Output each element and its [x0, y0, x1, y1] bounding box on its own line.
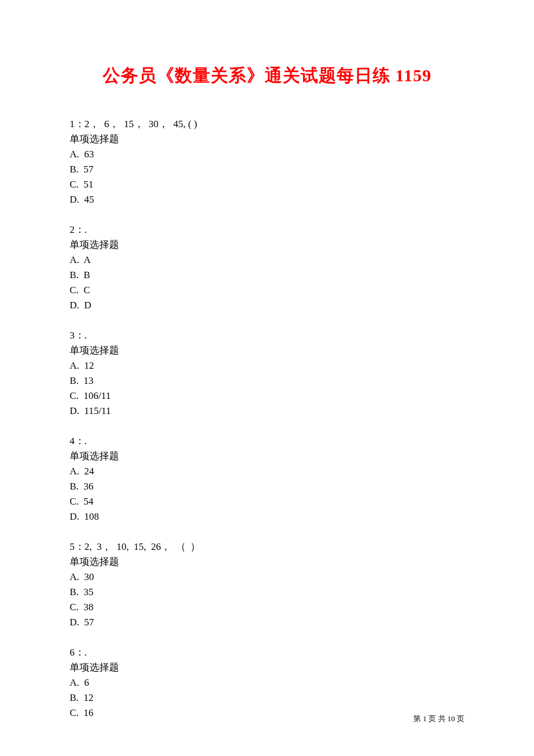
question-stem: 4：. [70, 434, 464, 449]
question-stem: 2：. [70, 222, 464, 237]
question-stem: 1：2， 6， 15， 30， 45, ( ) [70, 117, 464, 132]
question-type: 单项选择题 [70, 555, 464, 570]
option: A. 30 [70, 570, 464, 585]
question-type: 单项选择题 [70, 449, 464, 464]
option: B. 12 [70, 690, 464, 705]
question-stem: 6：. [70, 645, 464, 660]
question-type: 单项选择题 [70, 237, 464, 253]
option: A. A [70, 253, 464, 268]
option: C. 106/11 [70, 388, 464, 404]
question-stem: 5：2, 3， 10, 15, 26， （ ） [70, 539, 464, 555]
option: B. 13 [70, 373, 464, 388]
page-footer: 第 1 页 共 10 页 [413, 714, 464, 724]
option: C. 54 [70, 494, 464, 509]
option: A. 63 [70, 147, 464, 162]
question-block: 5：2, 3， 10, 15, 26， （ ） 单项选择题 A. 30 B. 3… [70, 539, 464, 630]
option: B. 35 [70, 585, 464, 600]
question-block: 6：. 单项选择题 A. 6 B. 12 C. 16 [70, 645, 464, 721]
option: C. 51 [70, 177, 464, 192]
question-block: 1：2， 6， 15， 30， 45, ( ) 单项选择题 A. 63 B. 5… [70, 117, 464, 207]
question-block: 4：. 单项选择题 A. 24 B. 36 C. 54 D. 108 [70, 434, 464, 524]
option: A. 6 [70, 675, 464, 690]
question-type: 单项选择题 [70, 132, 464, 147]
option: C. C [70, 283, 464, 298]
option: C. 16 [70, 705, 464, 721]
option: A. 24 [70, 464, 464, 479]
option: D. 108 [70, 509, 464, 524]
question-type: 单项选择题 [70, 660, 464, 675]
document-title: 公务员《数量关系》通关试题每日练 1159 [70, 64, 464, 88]
option: B. B [70, 268, 464, 283]
option: B. 36 [70, 479, 464, 494]
option: D. 45 [70, 192, 464, 207]
option: B. 57 [70, 162, 464, 177]
option: A. 12 [70, 358, 464, 373]
question-type: 单项选择题 [70, 343, 464, 358]
option: D. 115/11 [70, 404, 464, 419]
question-block: 2：. 单项选择题 A. A B. B C. C D. D [70, 222, 464, 313]
question-stem: 3：. [70, 328, 464, 343]
option: C. 38 [70, 600, 464, 615]
question-block: 3：. 单项选择题 A. 12 B. 13 C. 106/11 D. 115/1… [70, 328, 464, 419]
option: D. 57 [70, 615, 464, 630]
option: D. D [70, 298, 464, 313]
